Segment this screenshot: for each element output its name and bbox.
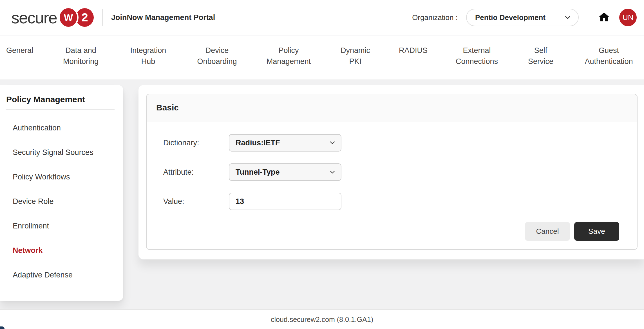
footer: cloud.securew2.com (8.0.1.GA1) — [0, 309, 644, 329]
organization-label: Organization : — [412, 13, 458, 22]
dictionary-row: Dictionary: Radius:IETF — [163, 134, 637, 152]
sidebar-list: Authentication Security Signal Sources P… — [0, 116, 123, 287]
chevron-down-icon — [328, 168, 336, 176]
logo-badge-w: W — [60, 8, 77, 27]
header-divider-2 — [588, 10, 588, 25]
nav-item-radius[interactable]: RADIUS — [399, 45, 427, 79]
securew2-logo[interactable]: secure W 2 — [11, 8, 94, 27]
attribute-row: Attribute: Tunnel-Type — [163, 163, 637, 181]
home-icon — [598, 11, 610, 24]
attribute-value: Tunnel-Type — [236, 168, 328, 177]
basic-card-body: Dictionary: Radius:IETF Attribute: Tunne… — [147, 121, 637, 241]
header-divider — [102, 9, 103, 26]
sidebar-item-policy-workflows[interactable]: Policy Workflows — [0, 165, 123, 189]
nav-item-integration-hub[interactable]: Integration Hub — [128, 45, 169, 79]
button-row: Cancel Save — [163, 222, 637, 241]
chevron-down-icon — [328, 139, 336, 147]
sidebar-divider — [6, 109, 115, 110]
nav-item-dynamic-pki[interactable]: Dynamic PKI — [339, 45, 372, 79]
top-header: secure W 2 JoinNow Management Portal Org… — [0, 0, 644, 35]
header-right-group: Organization : Pentio Development UN — [412, 9, 637, 26]
logo-text: secure — [11, 8, 57, 27]
value-row: Value: — [163, 193, 637, 210]
organization-value: Pentio Development — [475, 13, 564, 22]
sidebar-item-enrollment[interactable]: Enrollment — [0, 214, 123, 238]
sidebar-title: Policy Management — [0, 85, 123, 104]
organization-select[interactable]: Pentio Development — [466, 9, 579, 26]
nav-item-general[interactable]: General — [6, 45, 34, 79]
nav-item-policy-management[interactable]: Policy Management — [265, 45, 312, 79]
dictionary-label: Dictionary: — [163, 139, 229, 147]
logo-badge-2: 2 — [76, 8, 94, 27]
sidebar-item-device-role[interactable]: Device Role — [0, 189, 123, 214]
sidebar-item-network[interactable]: Network — [0, 238, 123, 263]
value-label: Value: — [163, 197, 229, 206]
main-navigation: General Data and Monitoring Integration … — [0, 35, 644, 79]
avatar[interactable]: UN — [619, 9, 637, 26]
chevron-down-icon — [564, 13, 572, 22]
home-button[interactable] — [598, 11, 610, 24]
nav-item-data-and-monitoring[interactable]: Data and Monitoring — [61, 45, 100, 79]
sidebar-item-authentication[interactable]: Authentication — [0, 116, 123, 140]
card-title: Basic — [156, 103, 179, 112]
value-input[interactable] — [229, 193, 341, 210]
sidebar-item-security-signal-sources[interactable]: Security Signal Sources — [0, 140, 123, 165]
logo-badges: W 2 — [60, 8, 94, 27]
basic-card-header: Basic — [147, 94, 637, 121]
dictionary-value: Radius:IETF — [236, 139, 328, 147]
nav-item-self-service[interactable]: Self Service — [527, 45, 555, 79]
attribute-select[interactable]: Tunnel-Type — [229, 163, 341, 181]
nav-item-device-onboarding[interactable]: Device Onboarding — [196, 45, 238, 79]
nav-item-external-connections[interactable]: External Connections — [454, 45, 499, 79]
sidebar: Policy Management Authentication Securit… — [0, 85, 123, 301]
page-title: JoinNow Management Portal — [111, 13, 215, 22]
sidebar-item-adaptive-defense[interactable]: Adaptive Defense — [0, 263, 123, 287]
main-content-panel: Basic Dictionary: Radius:IETF Attribute:… — [138, 85, 644, 259]
dictionary-select[interactable]: Radius:IETF — [229, 134, 341, 152]
nav-item-guest-authentication[interactable]: Guest Authentication — [582, 45, 636, 79]
corner-accent — [0, 326, 5, 329]
cancel-button[interactable]: Cancel — [525, 222, 570, 241]
save-button[interactable]: Save — [574, 222, 619, 241]
footer-version-text: cloud.securew2.com (8.0.1.GA1) — [271, 315, 373, 324]
attribute-label: Attribute: — [163, 168, 229, 177]
basic-card: Basic Dictionary: Radius:IETF Attribute:… — [146, 94, 638, 250]
